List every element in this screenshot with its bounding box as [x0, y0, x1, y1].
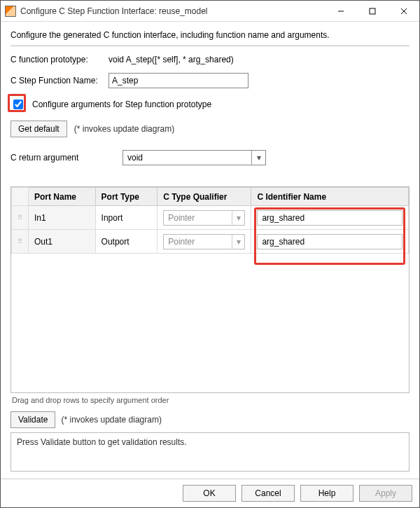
svg-rect-1: [370, 8, 375, 14]
ident-name-input[interactable]: [257, 234, 402, 249]
maximize-button[interactable]: [356, 1, 388, 22]
help-button[interactable]: Help: [300, 485, 354, 502]
chevron-down-icon: ▾: [232, 211, 244, 225]
drag-handle-icon[interactable]: ⠿: [12, 206, 29, 230]
close-button[interactable]: [388, 1, 419, 22]
get-default-row: Get default (* invokes update diagram): [10, 121, 410, 137]
drag-handle-icon[interactable]: ⠿: [12, 230, 29, 254]
chevron-down-icon: ▾: [251, 151, 265, 165]
dialog-footer: OK Cancel Help Apply: [1, 479, 419, 507]
col-type-qualifier: C Type Qualifier: [158, 188, 251, 206]
configure-args-label: Configure arguments for Step function pr…: [32, 99, 211, 109]
validation-results: Press Validate button to get validation …: [10, 432, 410, 472]
table-row[interactable]: ⠿ In1 Inport Pointer ▾: [12, 206, 409, 230]
type-qualifier-value: Pointer: [168, 237, 195, 247]
cell-port-name: In1: [29, 206, 96, 230]
divider: [10, 46, 410, 46]
type-qualifier-select[interactable]: Pointer ▾: [163, 234, 245, 249]
col-port-name: Port Name: [29, 188, 96, 206]
step-name-label: C Step Function Name:: [10, 76, 102, 85]
cell-type-qualifier: Pointer ▾: [158, 230, 251, 254]
cell-port-type: Outport: [95, 230, 158, 254]
cell-type-qualifier: Pointer ▾: [158, 206, 251, 230]
app-icon: [5, 6, 16, 17]
titlebar: Configure C Step Function Interface: reu…: [1, 1, 419, 22]
dialog-content: Configure the generated C function inter…: [1, 22, 419, 479]
cell-port-type: Inport: [95, 206, 158, 230]
step-name-input[interactable]: [108, 73, 248, 88]
prototype-value: void A_step([* self], * arg_shared): [108, 55, 234, 64]
cancel-button[interactable]: Cancel: [241, 485, 295, 502]
validate-button[interactable]: Validate: [10, 411, 55, 428]
configure-args-row: Configure arguments for Step function pr…: [10, 97, 410, 112]
type-qualifier-select[interactable]: Pointer ▾: [163, 210, 245, 226]
validate-row: Validate (* invokes update diagram): [10, 411, 410, 428]
validate-note: (* invokes update diagram): [61, 415, 161, 425]
description-text: Configure the generated C function inter…: [10, 30, 410, 40]
get-default-button[interactable]: Get default: [10, 121, 67, 137]
minimize-button[interactable]: [325, 1, 356, 22]
return-arg-value: void: [127, 153, 143, 163]
cell-port-name: Out1: [29, 230, 96, 254]
args-table-container: Port Name Port Type C Type Qualifier C I…: [10, 186, 410, 393]
cell-ident-name: [251, 206, 409, 230]
col-ident-name: C Identifier Name: [251, 188, 409, 206]
prototype-label: C function prototype:: [10, 55, 102, 64]
table-row[interactable]: ⠿ Out1 Outport Pointer ▾: [12, 230, 409, 254]
ident-name-input[interactable]: [257, 210, 402, 226]
chevron-down-icon: ▾: [232, 235, 244, 249]
window-title: Configure C Step Function Interface: reu…: [20, 6, 325, 16]
col-port-type: Port Type: [95, 188, 158, 206]
apply-button[interactable]: Apply: [359, 485, 412, 502]
prototype-row: C function prototype: void A_step([* sel…: [10, 55, 410, 64]
type-qualifier-value: Pointer: [168, 213, 195, 223]
step-name-row: C Step Function Name:: [10, 73, 410, 88]
cell-ident-name: [251, 230, 409, 254]
return-arg-label: C return argument: [10, 153, 115, 163]
get-default-note: (* invokes update diagram): [74, 124, 174, 134]
return-arg-select[interactable]: void ▾: [122, 150, 266, 165]
drag-hint: Drag and drop rows to specify argument o…: [12, 396, 408, 404]
return-arg-row: C return argument void ▾: [10, 150, 410, 165]
ok-button[interactable]: OK: [183, 485, 236, 502]
args-table: Port Name Port Type C Type Qualifier C I…: [11, 187, 409, 254]
drag-header: [12, 188, 29, 206]
table-empty-area: [11, 254, 409, 392]
configure-args-checkbox[interactable]: [13, 99, 23, 109]
